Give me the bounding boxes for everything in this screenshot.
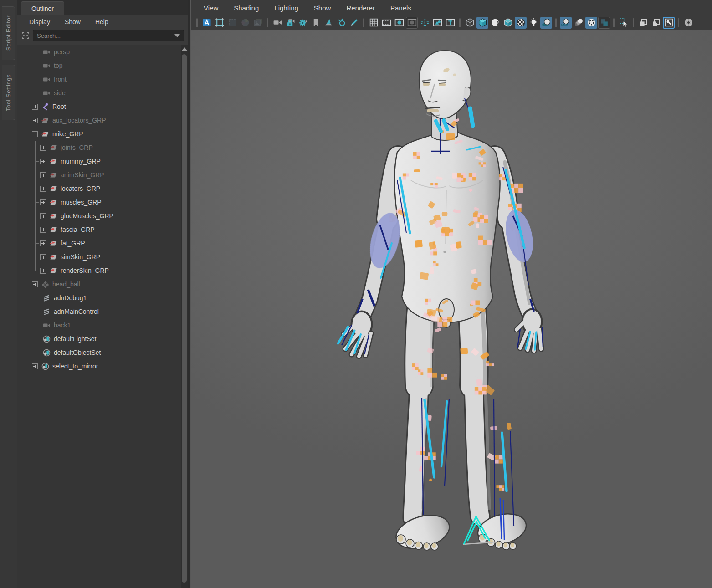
outliner-item-persp[interactable]: persp [17,45,180,59]
outliner-item-simSkin_GRP[interactable]: simSkin_GRP [17,250,180,264]
panel-divider[interactable] [188,0,191,588]
flat-shade-icon [491,18,500,27]
isolate-add-selected-button[interactable] [650,17,662,29]
outliner-item-defaultLightSet[interactable]: defaultLightSet [17,332,180,346]
motion-blur-button[interactable] [573,17,584,29]
gate-mask-button[interactable] [406,17,418,29]
color-wheel-button[interactable] [239,17,251,29]
multisample-button[interactable] [598,17,610,29]
textured-display-button[interactable] [515,17,527,29]
grease-pencil-button[interactable] [348,17,360,29]
outliner-item-aux_locators_GRP[interactable]: aux_locators_GRP [17,113,180,127]
film-gate-button[interactable] [380,17,392,29]
use-all-lights-button[interactable] [528,17,539,29]
expand-toggle-icon[interactable] [32,104,38,110]
anti-aliasing-button[interactable] [585,17,597,29]
expand-toggle-icon[interactable] [40,199,46,205]
viewport-menu-view[interactable]: View [196,2,226,14]
outliner-item-joints_GRP[interactable]: joints_GRP [17,141,180,154]
outliner-item-fascia_GRP[interactable]: fascia_GRP [17,223,180,236]
outliner-item-top[interactable]: top [17,59,180,72]
tool-settings-tab[interactable]: Tool Settings [2,65,15,120]
grid-button[interactable] [368,17,379,29]
expand-toggle-icon[interactable] [40,240,46,246]
screen-space-ambient-occlusion-button[interactable] [560,17,572,29]
outliner-item-Root[interactable]: Root [17,100,180,113]
expand-toggle-icon[interactable] [40,186,46,192]
image-stack-button[interactable] [252,17,264,29]
shaded-display-button[interactable] [476,17,488,29]
filter-icon[interactable] [21,31,30,40]
search-dropdown-arrow-icon[interactable] [174,34,180,37]
expand-toggle-icon[interactable] [40,227,46,233]
lock-camera-button[interactable] [284,17,296,29]
outliner-item-locators_GRP[interactable]: locators_GRP [17,182,180,195]
outliner-item-mummy_GRP[interactable]: mummy_GRP [17,154,180,168]
camera-attributes-button[interactable] [297,17,309,29]
exposure-aperture-button[interactable] [682,17,694,29]
outliner-item-animSkin_GRP[interactable]: animSkin_GRP [17,168,180,182]
scrollbar-thumb[interactable] [182,54,187,583]
expand-toggle-icon[interactable] [40,268,46,274]
dashed-frame-button[interactable] [226,17,238,29]
bookmark-button[interactable] [310,17,322,29]
viewport-3d-canvas[interactable] [191,30,712,588]
camera-icon [43,62,51,70]
outliner-item-defaultObjectSet[interactable]: defaultObjectSet [17,346,180,359]
object-selection-mode-button[interactable] [618,17,630,29]
human-model[interactable] [338,51,543,554]
search-input[interactable] [37,32,174,39]
collapse-toggle-icon[interactable] [32,131,38,137]
shadows-button[interactable] [540,17,552,29]
flat-shade-button[interactable] [489,17,501,29]
isolate-select-button[interactable] [637,17,649,29]
scroll-up-arrow-icon[interactable] [181,46,187,52]
viewport-menu-lighting[interactable]: Lighting [266,2,306,14]
select-camera-button[interactable] [271,17,283,29]
headball-icon [41,281,49,288]
viewport-menu-shading[interactable]: Shading [226,2,266,14]
camera-frame-button[interactable] [214,17,225,29]
expand-toggle-icon[interactable] [40,254,46,260]
expand-toggle-icon[interactable] [40,145,46,151]
field-chart-button[interactable] [419,17,430,29]
viewport-menu-show[interactable]: Show [306,2,339,14]
wireframe-on-shaded-button[interactable] [502,17,514,29]
expand-toggle-icon[interactable] [40,172,46,178]
wireframe-display-button[interactable] [464,17,476,29]
outliner-item-muscles_GRP[interactable]: muscles_GRP [17,195,180,209]
select-by-letter-a-button[interactable] [201,17,213,29]
outliner-item-select_to_mirror[interactable]: select_to_mirror [17,359,180,373]
zoom-region-button[interactable] [335,17,347,29]
outliner-item-front[interactable]: front [17,72,180,86]
outliner-tab[interactable]: Outliner [21,1,64,15]
outliner-item-glueMuscles_GRP[interactable]: glueMuscles_GRP [17,209,180,223]
outliner-item-head_ball[interactable]: head_ball [17,277,180,291]
outliner-item-adnMainControl[interactable]: adnMainControl [17,305,180,318]
expand-toggle-icon[interactable] [40,159,46,164]
expand-toggle-icon[interactable] [32,363,38,369]
isolate-view-selected-button[interactable] [663,17,675,29]
xform-icon [50,226,57,234]
script-editor-tab[interactable]: Script Editor [2,6,15,60]
outliner-menu-display[interactable]: Display [23,17,56,27]
viewport-menu-renderer[interactable]: Renderer [338,2,383,14]
safe-action-button[interactable] [431,17,443,29]
outliner-item-back1[interactable]: back1 [17,318,180,332]
outliner-item-mike_GRP[interactable]: mike_GRP [17,127,180,141]
outliner-item-label: select_to_mirror [52,363,98,370]
expand-toggle-icon[interactable] [32,281,38,287]
multisample-icon [599,18,609,27]
resolution-gate-button[interactable] [393,17,405,29]
outliner-item-fat_GRP[interactable]: fat_GRP [17,236,180,250]
expand-toggle-icon[interactable] [40,213,46,219]
outliner-menu-help[interactable]: Help [89,17,115,27]
viewport-menu-panels[interactable]: Panels [383,2,419,14]
outliner-item-renderSkin_GRP[interactable]: renderSkin_GRP [17,264,180,277]
outliner-item-adnDebug1[interactable]: adnDebug1 [17,291,180,305]
expand-toggle-icon[interactable] [32,118,38,123]
outliner-menu-show[interactable]: Show [58,17,87,27]
safe-title-button[interactable] [444,17,456,29]
pan-zoom-2d-button[interactable] [323,17,334,29]
outliner-item-side[interactable]: side [17,86,180,100]
